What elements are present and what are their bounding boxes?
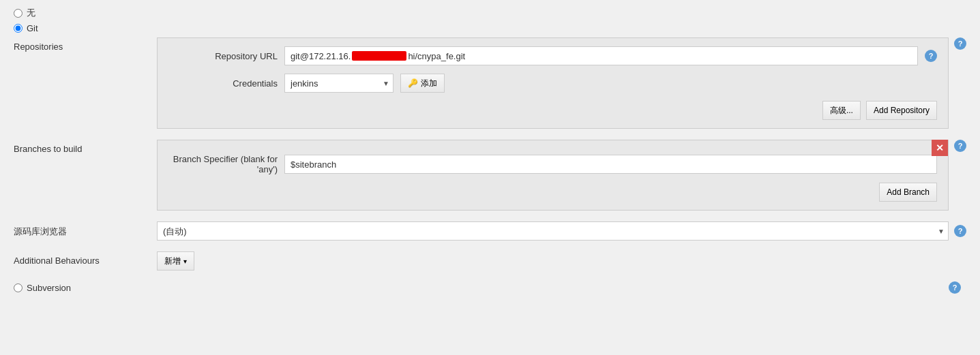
source-browser-help-icon[interactable]: ? [954,225,966,237]
source-browser-select[interactable]: (自动) githubweb gitblit gitoriousweb gitl… [157,221,949,241]
branch-specifier-row: Branch Specifier (blank for 'any') [168,154,937,174]
branches-content-with-help: ✕ Branch Specifier (blank for 'any') Add… [157,140,966,211]
radio-git[interactable] [14,24,23,33]
add-behaviour-dropdown-arrow: ▾ [183,258,187,265]
branches-label: Branches to build [14,140,157,154]
radio-none[interactable] [14,9,23,18]
branch-specifier-input[interactable] [284,155,937,174]
advanced-button[interactable]: 高级... [822,101,861,120]
branch-specifier-label: Branch Specifier (blank for 'any') [168,154,278,174]
delete-branch-button[interactable]: ✕ [932,140,948,156]
add-creds-label: 添加 [421,78,437,89]
source-browser-select-wrapper: (自动) githubweb gitblit gitoriousweb gitl… [157,221,949,241]
radio-none-label: 无 [27,7,35,19]
repo-url-redacted [352,51,406,61]
credentials-select[interactable]: jenkins - none - [284,74,394,93]
add-behaviour-button[interactable]: 新增 ▾ [157,251,194,271]
add-credentials-button[interactable]: 🔑 添加 [400,74,445,93]
credentials-controls: jenkins - none - ▼ 🔑 添加 [284,74,445,93]
page-container: 无 Git Repositories Repository URL git@17… [0,0,980,300]
additional-behaviours-section-row: Additional Behaviours 新增 ▾ [14,251,966,271]
radio-subversion[interactable] [14,283,23,292]
branches-content: ✕ Branch Specifier (blank for 'any') Add… [157,140,949,211]
repositories-content-with-help: Repository URL git@172.21.16. hi/cnypa_f… [157,37,966,129]
credentials-row: Credentials jenkins - none - ▼ 🔑 添加 [168,74,937,93]
behaviours-content: 新增 ▾ [157,251,194,271]
radio-subversion-label: Subversion [27,283,71,293]
repo-url-prefix: git@172.21.16. [291,51,351,61]
credentials-select-wrapper: jenkins - none - ▼ [284,74,394,93]
source-browser-label: 源码库浏览器 [14,221,157,238]
repo-url-help-icon[interactable]: ? [925,50,937,62]
branch-action-buttons: Add Branch [168,183,937,202]
repositories-label: Repositories [14,37,157,52]
branch-specifier-value [284,155,937,174]
repositories-section-help-icon[interactable]: ? [954,37,966,50]
repositories-content: Repository URL git@172.21.16. hi/cnypa_f… [157,37,949,129]
branches-section-help-icon[interactable]: ? [954,140,966,152]
repo-url-display[interactable]: git@172.21.16. hi/cnypa_fe.git [284,46,918,65]
repo-url-suffix: hi/cnypa_fe.git [408,51,465,61]
add-repository-button[interactable]: Add Repository [866,101,937,120]
radio-none-row: 无 [14,7,966,19]
source-browser-section-row: 源码库浏览器 (自动) githubweb gitblit gitoriousw… [14,221,966,241]
repositories-section-row: Repositories Repository URL git@172.21.1… [14,37,966,129]
subversion-row: Subversion ? [14,281,966,294]
radio-git-label: Git [27,23,38,33]
add-branch-button[interactable]: Add Branch [879,183,937,202]
add-behaviour-label: 新增 [164,256,181,267]
repo-url-label: Repository URL [168,51,278,61]
repo-url-value: git@172.21.16. hi/cnypa_fe.git [284,46,918,65]
repo-url-row: Repository URL git@172.21.16. hi/cnypa_f… [168,46,937,65]
credentials-label: Credentials [168,78,278,89]
branches-section-row: Branches to build ✕ Branch Specifier (bl… [14,140,966,211]
radio-git-row: Git [14,23,966,33]
subversion-help-icon[interactable]: ? [949,281,961,294]
repo-action-buttons: 高级... Add Repository [168,101,937,120]
key-icon: 🔑 [408,78,418,88]
additional-behaviours-label: Additional Behaviours [14,251,157,266]
source-browser-content: (自动) githubweb gitblit gitoriousweb gitl… [157,221,966,241]
